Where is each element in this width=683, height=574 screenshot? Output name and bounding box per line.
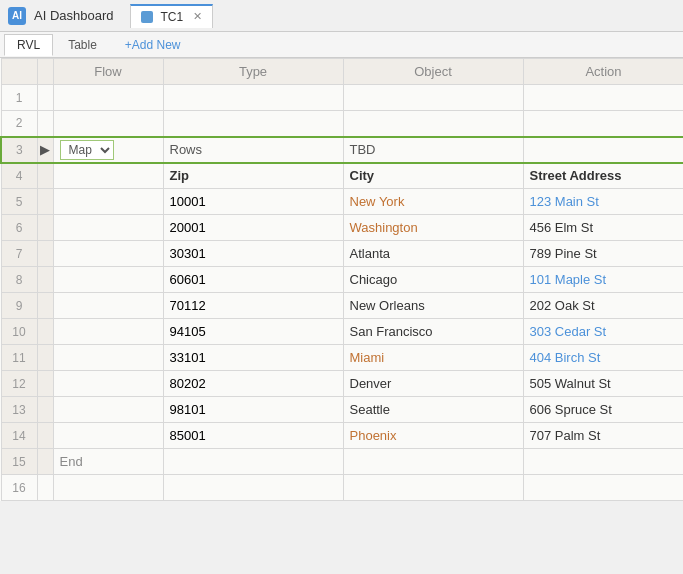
flow-cell[interactable] — [53, 293, 163, 319]
zip-cell[interactable]: 30301 — [163, 241, 343, 267]
arrow-cell — [37, 423, 53, 449]
object-cell[interactable] — [343, 475, 523, 501]
flow-cell[interactable] — [53, 397, 163, 423]
flow-cell[interactable] — [53, 319, 163, 345]
arrow-cell — [37, 449, 53, 475]
table-row: 5 10001 New York 123 Main St — [1, 189, 683, 215]
action-cell[interactable] — [523, 85, 683, 111]
address-cell[interactable]: 404 Birch St — [523, 345, 683, 371]
flow-cell[interactable] — [53, 241, 163, 267]
zip-header-cell — [53, 163, 163, 189]
arrow-cell — [37, 371, 53, 397]
table-row: 12 80202 Denver 505 Walnut St — [1, 371, 683, 397]
object-cell[interactable] — [343, 449, 523, 475]
table-row: 16 — [1, 475, 683, 501]
zip-cell[interactable]: 20001 — [163, 215, 343, 241]
row-num: 11 — [1, 345, 37, 371]
city-cell[interactable]: New York — [343, 189, 523, 215]
object-cell[interactable] — [343, 85, 523, 111]
type-cell-rows[interactable]: Rows — [163, 137, 343, 163]
object-cell[interactable] — [343, 111, 523, 137]
table-row: 11 33101 Miami 404 Birch St — [1, 345, 683, 371]
address-cell[interactable]: 123 Main St — [523, 189, 683, 215]
header-flow: Flow — [53, 59, 163, 85]
table-row: 13 98101 Seattle 606 Spruce St — [1, 397, 683, 423]
city-cell[interactable]: Seattle — [343, 397, 523, 423]
address-cell[interactable]: 606 Spruce St — [523, 397, 683, 423]
arrow-cell — [37, 163, 53, 189]
address-cell[interactable]: 789 Pine St — [523, 241, 683, 267]
table-row: 9 70112 New Orleans 202 Oak St — [1, 293, 683, 319]
tab-rvl[interactable]: RVL — [4, 34, 53, 56]
zip-cell[interactable]: 80202 — [163, 371, 343, 397]
row-num: 16 — [1, 475, 37, 501]
zip-cell[interactable]: 70112 — [163, 293, 343, 319]
type-cell[interactable] — [163, 85, 343, 111]
type-cell[interactable] — [163, 111, 343, 137]
type-cell[interactable] — [163, 449, 343, 475]
zip-cell[interactable]: 98101 — [163, 397, 343, 423]
city-cell[interactable]: Denver — [343, 371, 523, 397]
arrow-cell — [37, 85, 53, 111]
flow-cell[interactable] — [53, 345, 163, 371]
arrow-cell — [37, 345, 53, 371]
zip-cell[interactable]: 60601 — [163, 267, 343, 293]
header-rownum — [1, 59, 37, 85]
arrow-cell — [37, 241, 53, 267]
row-num: 9 — [1, 293, 37, 319]
flow-cell[interactable] — [53, 423, 163, 449]
row-num: 14 — [1, 423, 37, 449]
flow-cell-map[interactable]: Map — [53, 137, 163, 163]
city-cell[interactable]: Atlanta — [343, 241, 523, 267]
row-num: 8 — [1, 267, 37, 293]
action-cell[interactable] — [523, 137, 683, 163]
action-cell[interactable] — [523, 475, 683, 501]
address-cell[interactable]: 303 Cedar St — [523, 319, 683, 345]
city-cell[interactable]: Phoenix — [343, 423, 523, 449]
object-cell-tbd[interactable]: TBD — [343, 137, 523, 163]
address-cell[interactable]: 505 Walnut St — [523, 371, 683, 397]
tab-tc1[interactable]: TC1 ✕ — [130, 4, 214, 28]
flow-cell[interactable] — [53, 111, 163, 137]
row-num: 3 — [1, 137, 37, 163]
zip-cell[interactable]: 94105 — [163, 319, 343, 345]
row-num: 6 — [1, 215, 37, 241]
address-cell[interactable]: 707 Palm St — [523, 423, 683, 449]
end-label: End — [53, 449, 163, 475]
action-cell[interactable] — [523, 449, 683, 475]
flow-cell[interactable] — [53, 189, 163, 215]
zip-cell[interactable]: 10001 — [163, 189, 343, 215]
close-icon[interactable]: ✕ — [193, 10, 202, 23]
flow-cell[interactable] — [53, 215, 163, 241]
zip-cell[interactable]: 33101 — [163, 345, 343, 371]
flow-cell[interactable] — [53, 267, 163, 293]
flow-cell[interactable] — [53, 475, 163, 501]
city-cell[interactable]: San Francisco — [343, 319, 523, 345]
table-row: 10 94105 San Francisco 303 Cedar St — [1, 319, 683, 345]
zip-cell[interactable]: 85001 — [163, 423, 343, 449]
row-num: 2 — [1, 111, 37, 137]
arrow-cell — [37, 215, 53, 241]
city-cell[interactable]: Washington — [343, 215, 523, 241]
address-cell[interactable]: 101 Maple St — [523, 267, 683, 293]
table-row: 1 — [1, 85, 683, 111]
action-cell[interactable] — [523, 111, 683, 137]
map-select-wrapper: Map — [60, 140, 157, 160]
flow-cell[interactable] — [53, 371, 163, 397]
arrow-cell — [37, 111, 53, 137]
city-cell[interactable]: New Orleans — [343, 293, 523, 319]
address-cell[interactable]: 456 Elm St — [523, 215, 683, 241]
tab-add-new[interactable]: +Add New — [112, 34, 194, 56]
data-table: Flow Type Object Action 1 2 — [0, 58, 683, 501]
map-dropdown[interactable]: Map — [60, 140, 114, 160]
arrow-cell: ▶ — [37, 137, 53, 163]
header-arrow — [37, 59, 53, 85]
city-header: City — [343, 163, 523, 189]
address-cell[interactable]: 202 Oak St — [523, 293, 683, 319]
tab-table[interactable]: Table — [55, 34, 110, 56]
type-cell[interactable] — [163, 475, 343, 501]
city-cell[interactable]: Chicago — [343, 267, 523, 293]
city-cell[interactable]: Miami — [343, 345, 523, 371]
flow-cell[interactable] — [53, 85, 163, 111]
arrow-cell — [37, 189, 53, 215]
